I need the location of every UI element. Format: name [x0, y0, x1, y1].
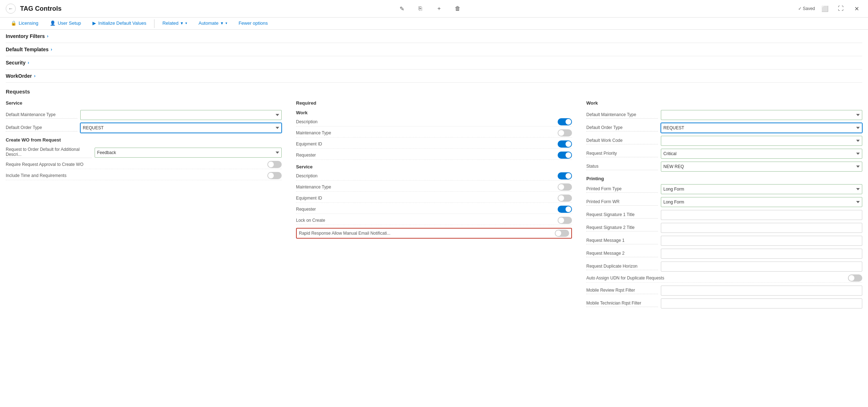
tab-init-defaults-label: Initialize Default Values [98, 20, 146, 26]
msg1-control[interactable] [661, 236, 862, 246]
svc-equipment-id-toggle[interactable] [558, 195, 572, 202]
chevron-down-icon-2: ▾ [221, 20, 223, 26]
back-button[interactable]: ← [6, 4, 16, 14]
require-approval-toggle[interactable] [267, 161, 282, 168]
inventory-filters-chevron: › [47, 34, 48, 39]
lock-on-create-toggle[interactable] [558, 217, 572, 224]
msg2-input[interactable] [661, 249, 862, 259]
security-section[interactable]: Security › [6, 56, 862, 70]
default-order-type-control[interactable]: REQUEST [80, 123, 282, 133]
dup-horizon-input[interactable] [661, 262, 862, 272]
work-default-order-type-select[interactable]: REQUEST [661, 123, 862, 133]
work-column: Work Default Maintenance Type Default Or… [586, 100, 862, 311]
edit-button[interactable]: ✎ [396, 3, 407, 14]
rapid-response-toggle[interactable] [555, 230, 569, 237]
msg2-row: Request Message 2 [586, 249, 862, 259]
printed-form-wr-select[interactable]: Long Form [661, 197, 862, 207]
chevron-down-icon: ▾ [181, 20, 183, 26]
licensing-icon: 🔒 [11, 20, 16, 26]
msg1-row: Request Message 1 [586, 236, 862, 246]
sig2-title-label: Request Signature 2 Title [586, 224, 658, 231]
msg1-input[interactable] [661, 236, 862, 246]
printed-form-type-control[interactable]: Long Form [661, 184, 862, 194]
inventory-filters-section[interactable]: Inventory Filters › [6, 30, 862, 43]
create-wo-label: Create WO from Request [6, 137, 282, 143]
mobile-review-control[interactable] [661, 286, 862, 296]
msg2-control[interactable] [661, 249, 862, 259]
req-requester-label: Requester [296, 153, 558, 158]
printed-form-wr-control[interactable]: Long Form [661, 197, 862, 207]
status-select[interactable]: NEW REQ [661, 162, 862, 172]
include-time-toggle[interactable] [267, 172, 282, 179]
svc-requester-toggle[interactable] [558, 206, 572, 213]
tab-related-label: Related [162, 20, 178, 26]
maximize-button[interactable]: ⛶ [835, 3, 846, 14]
work-default-order-type-control[interactable]: REQUEST [661, 123, 862, 133]
sig1-title-control[interactable] [661, 210, 862, 220]
request-priority-select[interactable]: Critical [661, 149, 862, 159]
printing-subtitle: Printing [586, 176, 862, 181]
req-maintenance-type-toggle[interactable] [558, 129, 572, 137]
svc-equipment-id-label: Equipment ID [296, 196, 558, 201]
close-button[interactable]: ✕ [851, 3, 862, 14]
req-equipment-id-row: Equipment ID [296, 140, 572, 149]
req-description-toggle[interactable] [558, 118, 572, 125]
request-to-order-control[interactable]: Feedback [95, 148, 282, 158]
printed-form-type-select[interactable]: Long Form [661, 184, 862, 194]
workorder-label: WorkOrder [6, 73, 32, 79]
sig1-title-input[interactable] [661, 210, 862, 220]
req-maintenance-type-label: Maintenance Type [296, 130, 558, 135]
tab-user-setup[interactable]: 👤 User Setup [45, 18, 86, 29]
edit-icon: ✎ [400, 5, 404, 12]
tab-licensing[interactable]: 🔒 Licensing [6, 18, 43, 29]
workorder-section[interactable]: WorkOrder › [6, 70, 862, 83]
user-icon: 👤 [50, 20, 56, 26]
sig1-title-label: Request Signature 1 Title [586, 211, 658, 219]
tab-init-defaults[interactable]: ▶ Initialize Default Values [87, 18, 151, 29]
sig2-title-control[interactable] [661, 223, 862, 233]
tab-related[interactable]: Related ▾ [157, 18, 192, 29]
delete-button[interactable]: 🗑 [452, 3, 463, 14]
window-mode-button[interactable]: ⬜ [819, 3, 831, 14]
req-requester-toggle[interactable] [558, 152, 572, 159]
status-control[interactable]: NEW REQ [661, 162, 862, 172]
add-button[interactable]: + [433, 3, 445, 14]
svc-equipment-id-row: Equipment ID [296, 195, 572, 203]
request-priority-control[interactable]: Critical [661, 149, 862, 159]
work-default-maintenance-type-control[interactable] [661, 110, 862, 120]
auto-assign-toggle[interactable] [848, 274, 862, 282]
tab-automate[interactable]: Automate ▾ [194, 18, 232, 29]
mobile-tech-control[interactable] [661, 298, 862, 308]
default-maintenance-type-select[interactable] [80, 110, 282, 120]
share-button[interactable]: ⎘ [415, 3, 426, 14]
work-default-work-code-control[interactable] [661, 136, 862, 146]
default-order-type-select[interactable]: REQUEST [80, 123, 282, 133]
req-equipment-id-toggle[interactable] [558, 140, 572, 148]
svc-maintenance-type-toggle[interactable] [558, 183, 572, 191]
work-default-maintenance-type-select[interactable] [661, 110, 862, 120]
auto-assign-label: Auto Assign UDN for Duplicate Requests [586, 276, 848, 281]
dup-horizon-label: Request Duplicate Horizon [586, 263, 658, 270]
mobile-tech-label: Mobile Technician Rqst Filter [586, 300, 658, 307]
svc-description-toggle[interactable] [558, 172, 572, 179]
lock-on-create-row: Lock on Create [296, 217, 572, 225]
svc-requester-row: Requester [296, 206, 572, 214]
mobile-tech-row: Mobile Technician Rqst Filter [586, 298, 862, 308]
mobile-review-label: Mobile Review Rqst Filter [586, 287, 658, 294]
include-time-label: Include Time and Requirements [6, 173, 267, 178]
request-to-order-select[interactable]: Feedback [95, 148, 282, 158]
msg1-label: Request Message 1 [586, 237, 658, 244]
three-column-layout: Service Default Maintenance Type Default… [6, 100, 862, 311]
sig2-title-input[interactable] [661, 223, 862, 233]
work-default-work-code-select[interactable] [661, 136, 862, 146]
dup-horizon-control[interactable] [661, 262, 862, 272]
default-maintenance-type-control[interactable] [80, 110, 282, 120]
mobile-review-input[interactable] [661, 286, 862, 296]
required-work-subtitle: Work [296, 110, 572, 115]
tab-licensing-label: Licensing [19, 20, 38, 26]
mobile-tech-input[interactable] [661, 298, 862, 308]
rapid-response-row: Rapid Response Allow Manual Email Notifi… [296, 228, 572, 239]
work-default-order-type-label: Default Order Type [586, 124, 658, 131]
tab-fewer-options[interactable]: Fewer options [234, 18, 273, 29]
default-templates-section[interactable]: Default Templates › [6, 43, 862, 56]
